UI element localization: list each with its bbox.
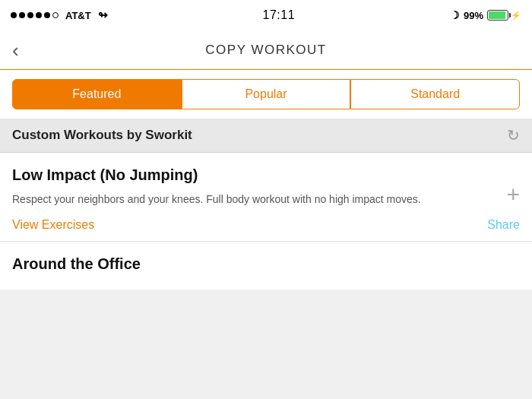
- view-exercises-link-1[interactable]: View Exercises: [12, 218, 94, 232]
- section-header: Custom Workouts by Sworkit ↻: [0, 119, 532, 153]
- signal-dot-2: [19, 12, 25, 18]
- signal-dot-4: [36, 12, 42, 18]
- workout-title-2: Around the Office: [12, 255, 520, 273]
- carrier-label: AT&T: [65, 10, 91, 21]
- status-right: ☽ 99% ⚡: [450, 9, 521, 21]
- bolt-icon: ⚡: [511, 11, 521, 21]
- nav-bar: ‹ COPY WORKOUT: [0, 30, 532, 70]
- workout-item-1: Low Impact (No Jumping) Respect your nei…: [0, 153, 532, 242]
- battery-icon: [487, 10, 508, 21]
- add-button-1[interactable]: +: [506, 183, 520, 206]
- battery-pct-label: 99%: [464, 10, 483, 21]
- workout-actions-1: View Exercises Share: [12, 218, 520, 232]
- section-title: Custom Workouts by Sworkit: [12, 128, 192, 143]
- tab-popular[interactable]: Popular: [182, 79, 351, 109]
- battery-fill: [489, 11, 505, 19]
- workout-desc-1: Respect your neighbors and your knees. F…: [12, 192, 520, 207]
- tab-standard[interactable]: Standard: [350, 79, 520, 109]
- refresh-icon[interactable]: ↻: [507, 126, 520, 144]
- tab-featured[interactable]: Featured: [12, 79, 182, 109]
- signal-dot-5: [44, 12, 50, 18]
- nav-title: COPY WORKOUT: [205, 43, 326, 58]
- workout-item-2: Around the Office: [0, 242, 532, 290]
- status-bar: AT&T ↬ 17:11 ☽ 99% ⚡: [0, 0, 532, 30]
- wifi-icon: ↬: [98, 8, 108, 22]
- back-button[interactable]: ‹: [12, 40, 19, 60]
- signal-dot-6: [52, 12, 59, 18]
- status-left: AT&T ↬: [11, 8, 108, 22]
- signal-dot-3: [27, 12, 33, 18]
- signal-dot-1: [11, 12, 17, 18]
- moon-icon: ☽: [450, 9, 460, 21]
- workout-title-1: Low Impact (No Jumping): [12, 166, 520, 184]
- signal-strength: [11, 12, 59, 18]
- tab-bar: Featured Popular Standard: [0, 70, 532, 119]
- share-button-1[interactable]: Share: [487, 218, 520, 232]
- status-time: 17:11: [263, 8, 296, 22]
- battery-container: ⚡: [487, 10, 521, 21]
